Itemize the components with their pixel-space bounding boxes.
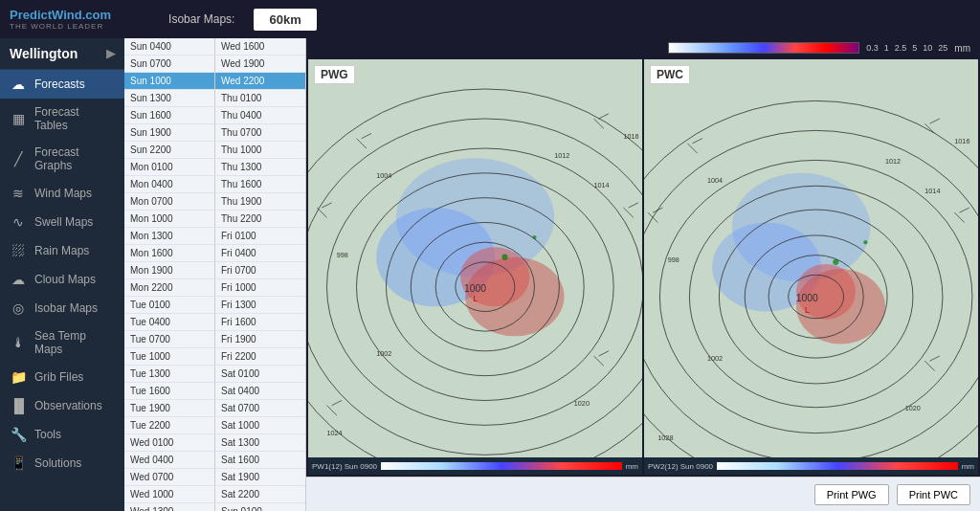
location-name: Wellington <box>10 46 78 61</box>
sidebar-item-observations[interactable]: ▐▌Observations <box>0 391 124 420</box>
sidebar-item-label-swell-maps: Swell Maps <box>34 215 93 229</box>
sidebar-item-swell-maps[interactable]: ∿Swell Maps <box>0 208 124 236</box>
sidebar-item-grib-files[interactable]: 📁Grib Files <box>0 363 124 391</box>
sidebar-item-label-forecast-graphs: Forecast Graphs <box>34 145 115 172</box>
legend-labels: 0.312.551025 <box>863 43 950 53</box>
sidebar-item-wind-maps[interactable]: ≋Wind Maps <box>0 179 124 208</box>
time-cell: Thu 0700 <box>215 124 305 142</box>
svg-text:1004: 1004 <box>707 176 723 185</box>
time-row[interactable]: Tue 0400Fri 1600 <box>124 314 305 331</box>
time-row[interactable]: Sun 1000Wed 2200 <box>124 73 305 90</box>
time-cell: Sat 0100 <box>215 366 305 383</box>
time-row[interactable]: Tue 2200Sat 1000 <box>124 417 305 434</box>
time-row[interactable]: Wed 0100Sat 1300 <box>124 434 305 452</box>
time-cell: Sat 0400 <box>215 383 305 400</box>
time-cell: Thu 0400 <box>215 107 305 124</box>
time-row[interactable]: Mon 0700Thu 1900 <box>124 193 305 211</box>
time-cell: Mon 0700 <box>124 193 215 211</box>
sidebar-item-rain-maps[interactable]: ⛆Rain Maps <box>0 236 124 265</box>
time-list[interactable]: Sun 0400Wed 1600Sun 0700Wed 1900Sun 1000… <box>124 38 306 511</box>
print-pwc-button[interactable]: Print PWC <box>897 484 970 505</box>
time-row[interactable]: Sun 1600Thu 0400 <box>124 107 305 124</box>
time-row[interactable]: Tue 0700Fri 1900 <box>124 331 305 348</box>
time-row[interactable]: Tue 1600Sat 0400 <box>124 383 305 400</box>
location-bar[interactable]: Wellington ▶ <box>0 38 124 70</box>
sidebar-item-tools[interactable]: 🔧Tools <box>0 420 124 449</box>
sidebar-item-forecast-tables[interactable]: ▦Forecast Tables <box>0 99 124 139</box>
sidebar: Wellington ▶ ☁Forecasts▦Forecast Tables╱… <box>0 38 124 511</box>
svg-point-75 <box>863 240 867 244</box>
svg-text:1020: 1020 <box>574 399 590 408</box>
time-row[interactable]: Mon 1000Thu 2200 <box>124 211 305 228</box>
time-cell: Fri 2200 <box>215 348 305 366</box>
time-row[interactable]: Wed 0400Sat 1600 <box>124 452 305 469</box>
sidebar-item-cloud-maps[interactable]: ☁Cloud Maps <box>0 265 124 294</box>
legend-unit: mm <box>954 43 970 54</box>
sidebar-item-forecast-graphs[interactable]: ╱Forecast Graphs <box>0 139 124 179</box>
time-row[interactable]: Mon 1300Fri 0100 <box>124 228 305 245</box>
time-row[interactable]: Sun 0700Wed 1900 <box>124 56 305 73</box>
isobar-resolution-button[interactable]: 60km <box>254 9 316 31</box>
right-map-svg: 1000 L 1012 1014 1016 1004 998 1002 1020… <box>644 59 978 475</box>
time-cell: Thu 2200 <box>215 211 305 228</box>
time-cell: Sat 1900 <box>215 469 305 486</box>
maps-row: PWG <box>306 57 980 477</box>
svg-text:1000: 1000 <box>796 293 818 303</box>
print-pwg-button[interactable]: Print PWG <box>814 484 889 505</box>
svg-text:1024: 1024 <box>327 429 343 437</box>
time-row[interactable]: Wed 1300Sun 0100 <box>124 503 305 511</box>
right-map-bottom-text: PW2(12) Sun 0900 <box>648 462 713 471</box>
time-cell: Thu 1900 <box>215 193 305 211</box>
time-cell: Sun 0100 <box>215 503 305 511</box>
time-row[interactable]: Wed 0700Sat 1900 <box>124 469 305 486</box>
time-cell: Fri 0700 <box>215 262 305 279</box>
time-row[interactable]: Sun 2200Thu 1000 <box>124 142 305 159</box>
rain-maps-icon: ⛆ <box>10 243 27 258</box>
sidebar-item-label-wind-maps: Wind Maps <box>34 187 92 200</box>
time-row[interactable]: Sun 1300Thu 0100 <box>124 90 305 107</box>
time-row[interactable]: Wed 1000Sat 2200 <box>124 486 305 503</box>
time-row[interactable]: Mon 2200Fri 1000 <box>124 279 305 297</box>
svg-text:998: 998 <box>337 251 348 259</box>
time-cell: Wed 0400 <box>124 452 215 469</box>
time-cell: Sun 0700 <box>124 56 215 73</box>
time-cell: Fri 1300 <box>215 297 305 314</box>
time-row[interactable]: Tue 1000Fri 2200 <box>124 348 305 366</box>
swell-maps-icon: ∿ <box>10 214 27 230</box>
time-cell: Mon 2200 <box>124 279 215 297</box>
left-map-bottom-text: PW1(12) Sun 0900 <box>312 462 377 471</box>
time-cell: Tue 0700 <box>124 331 215 348</box>
sidebar-item-forecasts[interactable]: ☁Forecasts <box>0 70 124 99</box>
time-row[interactable]: Mon 1600Fri 0400 <box>124 245 305 262</box>
sidebar-item-solutions[interactable]: 📱Solutions <box>0 449 124 478</box>
right-map-panel: PWC <box>644 59 978 475</box>
time-row[interactable]: Tue 1300Sat 0100 <box>124 366 305 383</box>
time-cell: Tue 1900 <box>124 400 215 417</box>
time-cell: Thu 1000 <box>215 142 305 159</box>
time-row[interactable]: Sun 0400Wed 1600 <box>124 38 305 56</box>
right-map-label: PWC <box>650 65 690 84</box>
time-cell: Tue 0400 <box>124 314 215 331</box>
time-cell: Wed 2200 <box>215 73 305 90</box>
time-row[interactable]: Tue 1900Sat 0700 <box>124 400 305 417</box>
svg-point-74 <box>833 259 838 265</box>
sea-temp-maps-icon: 🌡 <box>10 335 27 350</box>
time-row[interactable]: Sun 1900Thu 0700 <box>124 124 305 142</box>
time-cell: Sat 1600 <box>215 452 305 469</box>
time-cell: Thu 1600 <box>215 176 305 193</box>
sidebar-item-sea-temp-maps[interactable]: 🌡Sea Temp Maps <box>0 322 124 363</box>
sidebar-item-label-isobar-maps: Isobar Maps <box>34 301 98 315</box>
sidebar-item-isobar-maps[interactable]: ◎Isobar Maps <box>0 294 124 322</box>
time-row[interactable]: Mon 1900Fri 0700 <box>124 262 305 279</box>
time-row[interactable]: Tue 0100Fri 1300 <box>124 297 305 314</box>
time-cell: Wed 0700 <box>124 469 215 486</box>
time-row[interactable]: Mon 0100Thu 1300 <box>124 159 305 176</box>
sidebar-item-label-sea-temp-maps: Sea Temp Maps <box>34 329 115 356</box>
svg-point-37 <box>501 255 507 260</box>
time-cell: Sat 1300 <box>215 434 305 452</box>
time-cell: Sun 2200 <box>124 142 215 159</box>
sidebar-item-label-grib-files: Grib Files <box>34 370 83 384</box>
time-row[interactable]: Mon 0400Thu 1600 <box>124 176 305 193</box>
svg-text:1012: 1012 <box>885 157 901 166</box>
time-cell: Tue 1600 <box>124 383 215 400</box>
